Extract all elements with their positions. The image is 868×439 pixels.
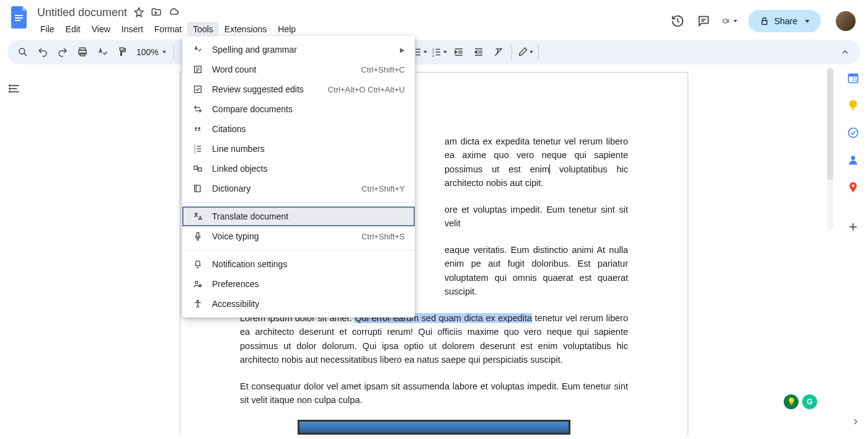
- menu-file[interactable]: File: [35, 22, 60, 37]
- svg-rect-31: [415, 49, 420, 50]
- svg-point-53: [9, 88, 11, 89]
- zoom-select[interactable]: 100%: [133, 47, 170, 57]
- document-title[interactable]: Untitled document: [37, 6, 127, 19]
- svg-point-58: [849, 128, 858, 138]
- tools-review[interactable]: Review suggested editsCtrl+Alt+O Ctrl+Al…: [182, 79, 415, 99]
- inline-image[interactable]: [298, 420, 570, 435]
- calendar-app-icon[interactable]: 31: [847, 72, 859, 84]
- svg-line-8: [24, 53, 27, 56]
- menu-item-label: Word count: [212, 64, 352, 74]
- star-icon[interactable]: [133, 7, 144, 18]
- menu-tools[interactable]: Tools: [187, 22, 219, 37]
- shortcut-hint: Ctrl+Shift+Y: [361, 184, 405, 193]
- menu-item-label: Accessibility: [212, 299, 405, 309]
- maps-app-icon[interactable]: [847, 181, 859, 193]
- search-menus-icon[interactable]: [14, 43, 32, 61]
- increase-indent-icon[interactable]: [469, 43, 488, 61]
- svg-rect-5: [723, 19, 727, 23]
- menu-item-label: Line numbers: [212, 144, 405, 154]
- expand-side-panel-icon[interactable]: [851, 417, 861, 429]
- caret-down-icon: [443, 51, 447, 53]
- svg-point-59: [851, 156, 856, 160]
- menu-item-label: Spelling and grammar: [212, 45, 391, 55]
- keep-app-icon[interactable]: [847, 99, 859, 112]
- svg-rect-0: [15, 15, 23, 16]
- tools-line-numbers[interactable]: 123Line numbers: [182, 139, 415, 159]
- tools-compare[interactable]: Compare documents: [182, 99, 415, 119]
- menu-insert[interactable]: Insert: [116, 22, 149, 37]
- review-icon: [192, 84, 203, 95]
- tools-preferences[interactable]: Preferences: [182, 274, 415, 294]
- menu-edit[interactable]: Edit: [60, 22, 86, 37]
- tools-accessibility[interactable]: Accessibility: [182, 294, 415, 314]
- caret-down-icon: [805, 20, 810, 23]
- svg-rect-33: [415, 55, 420, 56]
- numbered-list-icon[interactable]: 123: [430, 43, 448, 61]
- shortcut-hint: Ctrl+Alt+O Ctrl+Alt+U: [328, 85, 405, 94]
- tools-linked[interactable]: Linked objects: [182, 159, 415, 179]
- paragraph[interactable]: Lorem ipsum dolor sit amet. Qui error ea…: [240, 311, 628, 367]
- undo-icon[interactable]: [33, 43, 52, 61]
- menu-help[interactable]: Help: [272, 22, 301, 37]
- svg-text:31: 31: [852, 76, 858, 82]
- svg-point-60: [852, 184, 854, 187]
- menu-item-label: Citations: [212, 124, 405, 134]
- grammarly-badge[interactable]: G: [802, 394, 817, 409]
- line-numbers-icon: 123: [192, 143, 203, 154]
- meet-button[interactable]: [722, 14, 737, 29]
- paragraph[interactable]: Et consequatur dolor vel amet ipsam sit …: [240, 379, 628, 407]
- menu-format[interactable]: Format: [149, 22, 187, 37]
- print-icon[interactable]: [73, 43, 92, 61]
- word-count-icon: [192, 64, 203, 75]
- editing-mode-icon[interactable]: [516, 43, 534, 61]
- caret-down-icon: [423, 51, 427, 53]
- svg-rect-78: [197, 233, 199, 237]
- tools-dictionary[interactable]: DictionaryCtrl+Shift+Y: [182, 179, 415, 198]
- svg-rect-74: [194, 166, 197, 169]
- paint-format-icon[interactable]: [113, 43, 131, 61]
- account-avatar[interactable]: [836, 11, 856, 31]
- menu-item-label: Dictionary: [212, 184, 353, 193]
- separator: [512, 45, 512, 59]
- collapse-toolbar-icon[interactable]: [836, 43, 854, 61]
- extension-badge[interactable]: 💡: [784, 394, 799, 409]
- tools-citations[interactable]: Citations: [182, 119, 415, 139]
- spellcheck-icon[interactable]: [93, 43, 112, 61]
- cloud-status-icon[interactable]: [168, 7, 179, 18]
- menu-item-label: Review suggested edits: [212, 84, 319, 94]
- svg-point-80: [200, 285, 202, 286]
- tools-translate[interactable]: Translate document: [182, 206, 415, 226]
- share-button[interactable]: Share: [748, 10, 821, 32]
- tools-spellcheck[interactable]: Spelling and grammar▶: [182, 40, 415, 60]
- menu-extensions[interactable]: Extensions: [219, 22, 272, 37]
- outline-icon[interactable]: [6, 79, 24, 98]
- tools-voice[interactable]: Voice typingCtrl+Shift+S: [182, 226, 415, 246]
- svg-text:3: 3: [432, 54, 434, 58]
- contacts-app-icon[interactable]: [847, 154, 859, 166]
- document-canvas[interactable]: am dicta ex expedita tenetur vel rerum l…: [30, 64, 838, 435]
- docs-logo[interactable]: [7, 5, 32, 30]
- menu-view[interactable]: View: [86, 22, 116, 37]
- clear-format-icon[interactable]: [489, 43, 508, 61]
- menu-item-label: Preferences: [212, 279, 405, 289]
- svg-point-81: [197, 300, 199, 302]
- scrollbar-thumb[interactable]: [827, 68, 833, 180]
- comments-icon[interactable]: [696, 14, 711, 29]
- history-icon[interactable]: [670, 14, 685, 29]
- add-addon-icon[interactable]: [847, 221, 859, 233]
- svg-text:3: 3: [194, 151, 196, 154]
- tools-word-count[interactable]: Word countCtrl+Shift+C: [182, 60, 415, 79]
- dictionary-icon: [192, 183, 203, 194]
- tools-notification[interactable]: Notification settings: [182, 254, 415, 274]
- move-icon[interactable]: [151, 7, 162, 18]
- menu-item-label: Voice typing: [212, 231, 353, 241]
- redo-icon[interactable]: [53, 43, 72, 61]
- voice-icon: [192, 231, 203, 242]
- menu-item-label: Compare documents: [212, 104, 405, 114]
- tasks-app-icon[interactable]: [847, 126, 859, 139]
- decrease-indent-icon[interactable]: [450, 43, 468, 61]
- shortcut-hint: Ctrl+Shift+C: [361, 65, 405, 74]
- lock-icon: [760, 16, 769, 26]
- scrollbar[interactable]: [827, 68, 833, 229]
- submenu-arrow-icon: ▶: [400, 47, 405, 53]
